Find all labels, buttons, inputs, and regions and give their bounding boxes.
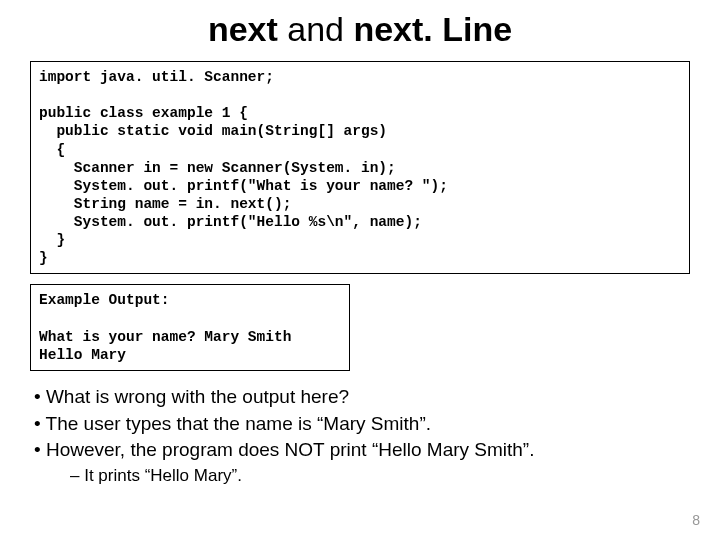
bullet-2: The user types that the name is “Mary Sm… (34, 412, 690, 437)
output-block: Example Output: What is your name? Mary … (30, 284, 350, 371)
title-part1: next (208, 10, 278, 48)
sub-bullet-1: It prints “Hello Mary”. (34, 465, 690, 487)
bullet-3: However, the program does NOT print “Hel… (34, 438, 690, 463)
title-part2: and (278, 10, 354, 48)
slide-title: next and next. Line (30, 10, 690, 49)
code-block: import java. util. Scanner; public class… (30, 61, 690, 274)
bullet-list: What is wrong with the output here? The … (30, 385, 690, 487)
page-number: 8 (692, 512, 700, 528)
title-part3: next. Line (353, 10, 512, 48)
bullet-1: What is wrong with the output here? (34, 385, 690, 410)
